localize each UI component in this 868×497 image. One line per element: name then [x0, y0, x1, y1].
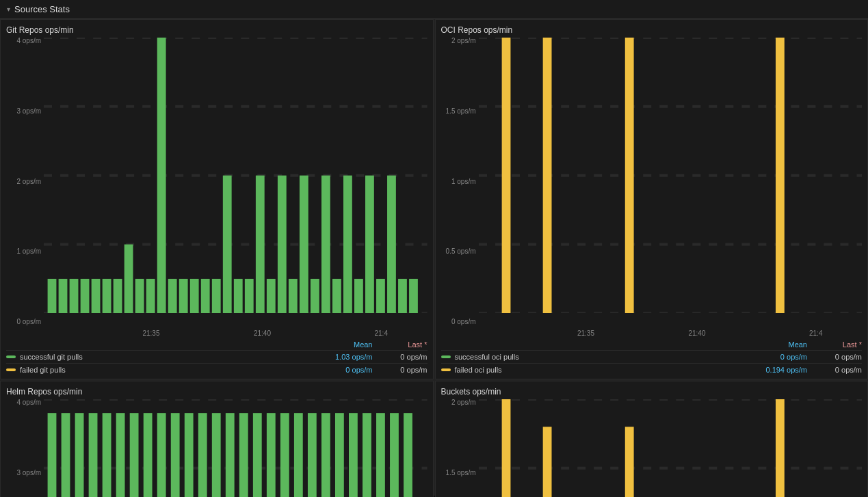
section-title: Sources Stats [14, 4, 70, 14]
legend-last-value: 0 ops/m [386, 353, 428, 361]
chart-bar [124, 245, 133, 314]
chart-title-helm-repos: Helm Repos ops/min [6, 387, 428, 397]
chart-bar [343, 176, 352, 314]
chart-bar [253, 414, 262, 497]
chart-bar [267, 279, 276, 313]
y-axis-label: 1 ops/m [451, 178, 476, 185]
chart-panel-git-repos: Git Repos ops/min4 ops/m3 ops/m2 ops/m1 … [0, 19, 434, 379]
y-axis-label: 2 ops/m [451, 38, 476, 44]
x-axis-label: 21:35 [142, 330, 159, 337]
chart-bar [171, 414, 180, 497]
legend-mean-value: 0 ops/m [332, 366, 373, 374]
legend-item-left: failed git pulls [6, 366, 66, 374]
chart-bar [103, 279, 111, 313]
chart-bar [212, 414, 221, 497]
chart-bar [81, 279, 90, 313]
chart-bar [321, 176, 330, 314]
legend-row: failed git pulls0 ops/m0 ops/m [6, 363, 428, 376]
chart-bar [179, 279, 188, 313]
x-axis-oci-repos: 21:3521:4021:4 [479, 327, 863, 339]
legend-item-left: failed oci pulls [441, 366, 502, 374]
chart-bar [62, 414, 70, 497]
x-axis-label: 21:4 [809, 330, 822, 337]
chart-bar [48, 414, 57, 497]
plot-area-buckets [479, 399, 863, 497]
chart-bar [775, 38, 784, 313]
chart-bar [321, 414, 330, 497]
chart-bar [542, 427, 551, 497]
legend-row: successful oci pulls0 ops/m0 ops/m [441, 350, 863, 363]
chart-bar [280, 414, 289, 497]
chart-bar [89, 414, 98, 497]
chart-bar [332, 279, 341, 313]
col-header-last: Last * [386, 340, 428, 349]
legend-values: 0 ops/m0 ops/m [766, 353, 862, 361]
chart-bar [308, 414, 317, 497]
col-header-mean: Mean [332, 340, 373, 349]
legend-mean-value: 0.194 ops/m [765, 366, 807, 374]
chevron-icon: ▾ [7, 5, 10, 13]
chart-panel-buckets: Buckets ops/min2 ops/m1.5 ops/m1 ops/m0.… [435, 381, 869, 497]
chart-panel-helm-repos: Helm Repos ops/min4 ops/m3 ops/m2 ops/m1… [0, 381, 434, 497]
x-axis-label: 21:40 [254, 330, 271, 337]
chart-bar [409, 279, 418, 313]
chart-bar [48, 279, 57, 313]
y-axis-label: 2 ops/m [451, 399, 476, 406]
chart-area-git-repos: 4 ops/m3 ops/m2 ops/m1 ops/m0 ops/m21:35… [6, 38, 428, 339]
x-axis-git-repos: 21:3521:4021:4 [44, 327, 428, 339]
legend-item-left: successful oci pulls [441, 353, 519, 361]
chart-bar [103, 414, 111, 497]
chart-bar [135, 279, 144, 313]
chart-bar [234, 279, 243, 313]
y-axis-label: 1 ops/m [16, 248, 41, 255]
chart-area-oci-repos: 2 ops/m1.5 ops/m1 ops/m0.5 ops/m0 ops/m2… [441, 38, 863, 339]
chart-bar [624, 38, 633, 313]
y-axis-label: 3 ops/m [16, 108, 41, 115]
chart-bar [294, 414, 303, 497]
chart-bar [92, 279, 101, 313]
y-axis-label: 0 ops/m [451, 319, 476, 325]
chart-bar [212, 279, 221, 313]
y-axis-label: 2 ops/m [16, 178, 41, 185]
chart-bar [114, 279, 122, 313]
legend-values: 0.194 ops/m0 ops/m [765, 366, 862, 374]
y-axis-label: 0.5 ops/m [446, 248, 476, 255]
chart-bar [542, 38, 551, 313]
chart-bar [363, 414, 371, 497]
legend-label: successful oci pulls [455, 353, 519, 361]
chart-bar [349, 414, 358, 497]
legend-label: failed oci pulls [455, 366, 502, 374]
chart-bar [157, 414, 166, 497]
chart-bar [404, 414, 412, 497]
y-axis-label: 4 ops/m [16, 38, 41, 44]
chart-bar [70, 279, 79, 313]
chart-panel-oci-repos: OCI Repos ops/min2 ops/m1.5 ops/m1 ops/m… [435, 19, 869, 379]
chart-bar [376, 279, 385, 313]
chart-bar [144, 414, 153, 497]
chart-bar [398, 279, 407, 313]
chart-bar [300, 176, 308, 314]
legend-last-value: 0 ops/m [386, 366, 428, 374]
legend-last-value: 0 ops/m [821, 353, 862, 361]
legend-mean-value: 0 ops/m [766, 353, 807, 361]
col-header-last: Last * [821, 340, 862, 349]
chart-bar [501, 38, 510, 313]
legend-color-dot [441, 355, 451, 358]
chart-bar [239, 414, 248, 497]
col-header-mean: Mean [766, 340, 807, 349]
x-axis-label: 21:4 [375, 330, 388, 337]
charts-grid: Git Repos ops/min4 ops/m3 ops/m2 ops/m1 … [0, 19, 868, 496]
legend-color-dot [6, 368, 16, 371]
legend-color-dot [6, 355, 16, 358]
y-axis-label: 0 ops/m [16, 319, 41, 325]
chart-bar [335, 414, 344, 497]
y-axis-label: 1.5 ops/m [446, 470, 476, 476]
plot-area-helm-repos [44, 399, 428, 497]
chart-bar [245, 279, 254, 313]
chart-title-buckets: Buckets ops/min [441, 387, 863, 397]
x-axis-label: 21:40 [688, 330, 705, 337]
chart-bar [223, 176, 232, 314]
legend-label: failed git pulls [20, 366, 66, 374]
y-axis-label: 1.5 ops/m [446, 108, 476, 115]
section-header[interactable]: ▾ Sources Stats [0, 0, 868, 19]
